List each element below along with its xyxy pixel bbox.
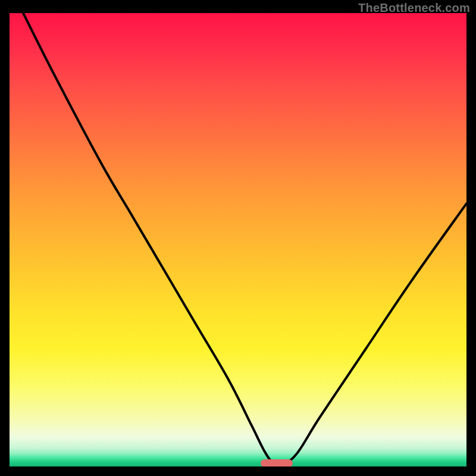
attribution-text: TheBottleneck.com (358, 1, 470, 15)
bottleneck-curve (23, 13, 466, 465)
plot-area (10, 13, 466, 466)
chart-frame: TheBottleneck.com (0, 0, 476, 476)
curve-layer (10, 13, 466, 466)
optimal-range-marker (261, 459, 293, 466)
